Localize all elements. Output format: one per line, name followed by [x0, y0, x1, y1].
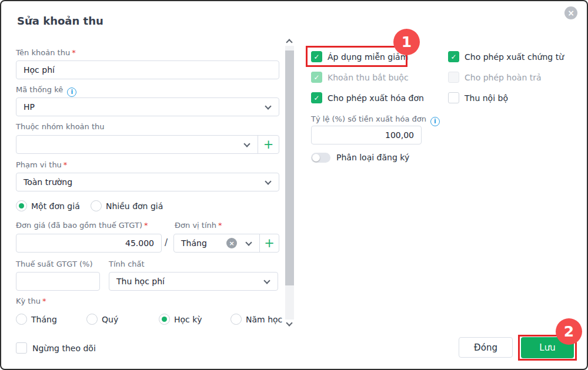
checkbox-thu-noi-bo[interactable]: Thu nội bộ	[448, 92, 508, 103]
phan-loai-dang-ky-toggle[interactable]	[311, 153, 330, 163]
info-icon[interactable]: i	[67, 88, 76, 97]
chevron-down-icon	[265, 178, 271, 184]
scrollbar-thumb[interactable]	[285, 51, 294, 285]
add-unit-button[interactable]: +	[260, 234, 279, 252]
info-icon[interactable]: i	[430, 117, 440, 126]
radio-icon	[230, 314, 242, 325]
field-label-ma-thong-ke: Mã thống kêi	[16, 85, 76, 97]
chevron-down-icon	[265, 103, 271, 109]
required-mark: *	[64, 160, 68, 169]
select-value: Tháng	[174, 238, 226, 248]
close-icon[interactable]: ×	[564, 6, 577, 19]
thue-suat-input[interactable]	[16, 272, 100, 291]
field-label-pham-vi-thu: Phạm vi thu*	[16, 160, 67, 169]
radio-ky-thu-thang[interactable]: Tháng	[16, 314, 57, 325]
checkbox-khoan-thu-bat-buoc: ✓ Khoản thu bắt buộc	[311, 72, 409, 83]
ma-thong-ke-select[interactable]: HP	[16, 97, 279, 116]
checkbox-icon: ✓	[448, 51, 459, 62]
radio-nhieu-don-gia[interactable]: Nhiều đơn giá	[91, 200, 163, 211]
thuoc-nhom-select[interactable]: +	[16, 135, 279, 154]
checkbox-icon	[448, 92, 459, 103]
clear-icon[interactable]: ×	[226, 238, 237, 248]
checkbox-ngung-theo-doi[interactable]: Ngừng theo dõi	[16, 342, 96, 354]
select-value: HP	[16, 102, 261, 112]
ten-khoan-thu-input[interactable]	[16, 60, 279, 79]
field-label-ten-khoan-thu: Tên khoản thu*	[16, 48, 76, 57]
select-value: Toàn trường	[16, 177, 261, 187]
required-mark: *	[218, 221, 222, 230]
field-label-ky-thu: Kỳ thu*	[16, 297, 46, 305]
checkbox-ap-dung-mien-giam[interactable]: ✓ Áp dụng miễn giảm	[311, 51, 408, 62]
scroll-down-icon[interactable]	[286, 319, 292, 326]
don-gia-input[interactable]	[16, 234, 162, 253]
add-group-button[interactable]: +	[258, 136, 279, 153]
field-label-tinh-chat: Tính chất	[109, 260, 145, 268]
checkbox-cho-phep-hoan-tra: Cho phép hoàn trả	[448, 72, 542, 83]
don-vi-tinh-select[interactable]: Tháng × +	[173, 234, 279, 253]
radio-ky-thu-quy[interactable]: Quý	[86, 314, 118, 325]
checkbox-icon: ✓	[311, 72, 322, 83]
select-value: Thu học phí	[109, 277, 260, 286]
field-label-thue-suat: Thuế suất GTGT (%)	[16, 260, 93, 268]
chevron-down-icon	[243, 140, 250, 147]
save-button[interactable]: Lưu	[521, 337, 574, 358]
scroll-up-icon[interactable]	[286, 39, 292, 45]
chevron-down-icon	[263, 277, 270, 284]
radio-ky-thu-hoc-ky[interactable]: Học kỳ	[159, 314, 202, 325]
radio-ky-thu-nam-hoc[interactable]: Năm học	[230, 314, 282, 325]
required-mark: *	[42, 297, 46, 305]
required-mark: *	[72, 48, 76, 57]
toggle-knob	[312, 154, 320, 162]
field-label-don-vi-tinh: Đơn vị tính*	[175, 221, 222, 230]
checkbox-icon: ✓	[311, 51, 322, 62]
field-label-don-gia: Đơn giá (đã bao gồm thuế GTGT)*	[16, 221, 148, 230]
radio-icon	[16, 314, 27, 325]
page-title: Sửa khoản thu	[17, 15, 103, 27]
slash-separator: /	[165, 237, 168, 248]
edit-revenue-dialog: Sửa khoản thu × Tên khoản thu* Mã thống …	[0, 0, 588, 370]
checkbox-cho-phep-xuat-hoa-don[interactable]: ✓ Cho phép xuất hóa đơn	[311, 92, 424, 103]
vertical-scrollbar[interactable]	[285, 38, 294, 328]
ty-le-input[interactable]	[311, 126, 422, 144]
tinh-chat-select[interactable]: Thu học phí	[109, 272, 278, 291]
radio-icon	[16, 200, 27, 211]
radio-mot-don-gia[interactable]: Một đơn giá	[16, 200, 80, 211]
pham-vi-thu-select[interactable]: Toàn trường	[16, 173, 279, 191]
checkbox-icon: ✓	[311, 92, 322, 103]
toggle-label: Phân loại đăng ký	[336, 153, 409, 162]
close-button[interactable]: Đóng	[459, 337, 513, 358]
radio-icon	[159, 314, 170, 325]
required-mark: *	[144, 221, 148, 230]
field-label-ty-le-xuat-hoa-don: Tỷ lệ (%) số tiền xuất hóa đơni	[311, 115, 440, 126]
radio-icon	[86, 314, 98, 325]
radio-icon	[91, 200, 102, 211]
checkbox-icon	[16, 342, 27, 354]
field-label-thuoc-nhom: Thuộc nhóm khoản thu	[16, 122, 105, 131]
checkbox-icon	[448, 72, 459, 83]
checkbox-cho-phep-xuat-chung-tu[interactable]: ✓ Cho phép xuất chứng từ	[448, 51, 564, 62]
chevron-down-icon	[245, 239, 252, 245]
